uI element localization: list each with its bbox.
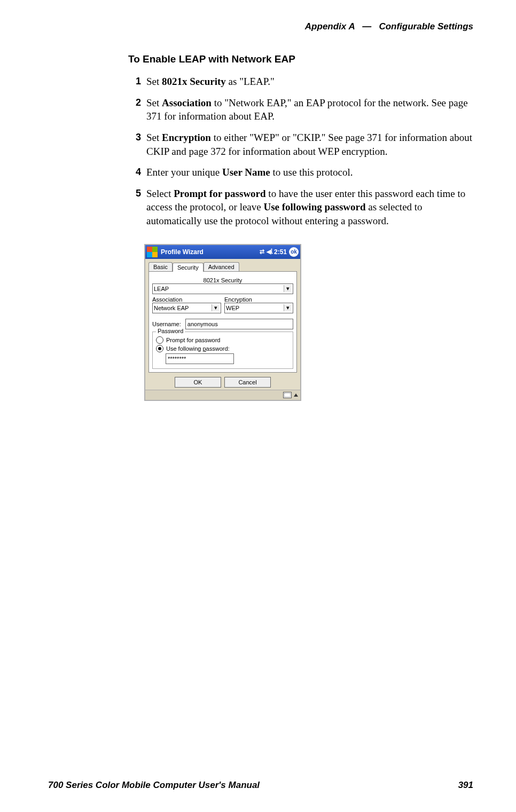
password-input[interactable]: ******** xyxy=(166,353,234,364)
step-num: 2 xyxy=(128,96,141,123)
ok-title-button[interactable]: ok xyxy=(289,247,299,257)
chevron-down-icon: ▾ xyxy=(284,304,292,311)
header-appendix: Appendix A xyxy=(305,21,355,31)
form-area: 8021x Security LEAP ▾ Association Networ… xyxy=(148,271,297,373)
ok-button[interactable]: OK xyxy=(175,377,221,388)
step-text: Set Encryption to either "WEP" or "CKIP.… xyxy=(146,131,473,158)
username-input[interactable]: anonymous xyxy=(185,319,293,329)
password-group-label: Password xyxy=(156,328,185,334)
step-4: 4 Enter your unique User Name to use thi… xyxy=(128,165,473,179)
step-text: Set Association to "Network EAP," an EAP… xyxy=(146,96,473,123)
footer-page-number: 391 xyxy=(458,780,473,791)
step-5: 5 Select Prompt for password to have the… xyxy=(128,187,473,228)
association-label: Association xyxy=(152,296,221,303)
encryption-select[interactable]: WEP ▾ xyxy=(224,303,293,313)
header-sep: — xyxy=(362,21,371,31)
chevron-down-icon: ▾ xyxy=(212,304,220,311)
radio-use-label: Use following password: xyxy=(166,345,230,352)
radio-icon xyxy=(156,336,163,344)
step-num: 5 xyxy=(128,187,141,228)
security-select[interactable]: LEAP ▾ xyxy=(152,283,293,294)
keyboard-icon[interactable] xyxy=(283,392,292,398)
association-value: Network EAP xyxy=(154,305,212,311)
tab-security[interactable]: Security xyxy=(173,263,204,272)
cancel-button[interactable]: Cancel xyxy=(224,377,271,388)
bottom-bar xyxy=(145,390,300,400)
radio-prompt-password[interactable]: Prompt for password xyxy=(156,336,290,344)
step-num: 4 xyxy=(128,165,141,179)
header-title: Configurable Settings xyxy=(379,21,473,31)
password-group: Password Prompt for password Use followi… xyxy=(152,332,293,369)
encryption-label: Encryption xyxy=(224,296,293,303)
connectivity-icon[interactable]: ⇄ xyxy=(260,248,264,255)
radio-use-password[interactable]: Use following password: xyxy=(156,345,290,352)
footer-manual-title: 700 Series Color Mobile Computer User's … xyxy=(48,780,260,791)
windows-logo-icon[interactable] xyxy=(147,247,158,257)
window-title: Profile Wizard xyxy=(161,248,259,256)
step-text: Enter your unique User Name to use this … xyxy=(146,165,473,179)
page-footer: 700 Series Color Mobile Computer User's … xyxy=(48,780,473,791)
step-num: 1 xyxy=(128,75,141,89)
tab-basic[interactable]: Basic xyxy=(148,262,173,271)
volume-icon[interactable]: ◀ἱ xyxy=(267,248,273,255)
step-3: 3 Set Encryption to either "WEP" or "CKI… xyxy=(128,131,473,158)
section-title: To Enable LEAP with Network EAP xyxy=(128,53,473,65)
step-2: 2 Set Association to "Network EAP," an E… xyxy=(128,96,473,123)
step-text: Set 8021x Security as "LEAP." xyxy=(146,75,473,89)
security-value: LEAP xyxy=(154,286,284,292)
profile-wizard-window: Profile Wizard ⇄ ◀ἱ 2:51 ok Basic Securi… xyxy=(144,244,301,401)
radio-prompt-label: Prompt for password xyxy=(166,337,220,343)
tab-bar: Basic Security Advanced xyxy=(145,259,300,271)
username-value: anonymous xyxy=(187,321,218,327)
page-header: Appendix A — Configurable Settings xyxy=(48,21,479,32)
chevron-down-icon: ▾ xyxy=(284,285,292,292)
association-select[interactable]: Network EAP ▾ xyxy=(152,303,221,313)
menu-up-icon[interactable] xyxy=(294,393,298,397)
password-value: ******** xyxy=(168,356,186,362)
radio-icon-selected xyxy=(156,345,163,352)
clock[interactable]: 2:51 xyxy=(274,248,287,256)
security-label: 8021x Security xyxy=(152,277,293,283)
tab-advanced[interactable]: Advanced xyxy=(204,262,239,271)
button-row: OK Cancel xyxy=(148,377,297,388)
encryption-value: WEP xyxy=(226,305,284,311)
username-label: Username: xyxy=(152,321,181,327)
step-num: 3 xyxy=(128,131,141,158)
title-bar: Profile Wizard ⇄ ◀ἱ 2:51 ok xyxy=(145,245,300,259)
step-1: 1 Set 8021x Security as "LEAP." xyxy=(128,75,473,89)
step-text: Select Prompt for password to have the u… xyxy=(146,187,473,228)
